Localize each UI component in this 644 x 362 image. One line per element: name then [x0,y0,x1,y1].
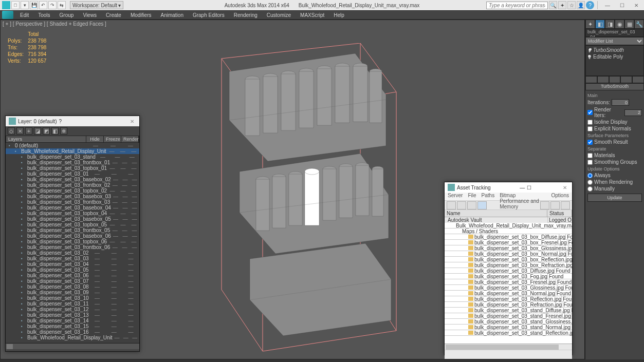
layer-manager-window[interactable]: Layer: 0 (default)?✕ ◇ ✕ + ◪ ◩ ◧ ❄ Layer… [5,116,140,352]
explicit-checkbox[interactable] [587,126,593,131]
show-end-icon[interactable] [597,76,609,83]
rollout-header[interactable]: TurboSmooth [585,83,644,90]
layer-row[interactable]: ▪bulk_dispenser_set_03_09——— [6,290,139,295]
stack-item-turbosmooth[interactable]: TurboSmooth [587,47,642,53]
layer-row[interactable]: ▪bulk_dispenser_set_03_02——— [6,250,139,256]
layer-row[interactable]: ▪bulk_dispenser_set_03_basebox_06——— [6,233,139,239]
layer-row[interactable]: ▪bulk_dispenser_set_03_06——— [6,273,139,278]
config-icon[interactable] [632,76,644,83]
command-panel-tabs[interactable]: ✦ ◧ ◨ ◉ ▦ 🔧 [585,20,644,29]
link-icon[interactable]: ⇆ [58,1,66,9]
open-icon[interactable]: ▾ [21,1,29,9]
layer-row[interactable]: ▪bulk_dispenser_set_03_11——— [6,301,139,307]
asset-row[interactable]: Bulk_Wholefood_Retail_Display_Unit_max_v… [445,223,572,228]
menu-customize[interactable]: Customize [262,12,296,18]
update-button[interactable]: Update [587,194,642,202]
layer-row[interactable]: ▪bulk_dispenser_set_03_frontbox_03——— [6,199,139,205]
layer-row[interactable]: ▪bulk_dispenser_set_03_07——— [6,278,139,284]
asset-row[interactable]: bulk_dispenser_set_03_Glossiness.jpgFoun… [445,285,572,291]
exchange-icon[interactable]: ☆ [567,1,576,9]
minimize-icon[interactable]: — [520,185,525,190]
layer-row[interactable]: ▪bulk_dispenser_set_03_topbox_02——— [6,188,139,194]
layer-row[interactable]: ▪bulk_dispenser_set_03_stand——— [6,154,139,160]
isoline-checkbox[interactable] [587,120,593,125]
render-iters-checkbox[interactable] [587,110,593,115]
asset-row[interactable]: Maps / Shaders [445,228,572,234]
layer-row[interactable]: ▪bulk_dispenser_set_03_16——— [6,329,139,335]
asset-row[interactable]: bulk_dispenser_set_03_Reflection.jpgFoun… [445,296,572,302]
stack-tools[interactable] [585,76,644,83]
close-icon[interactable]: ✕ [128,119,136,124]
layer-row[interactable]: ▪bulk_dispenser_set_03_frontbox_05——— [6,227,139,233]
layer-row[interactable]: ▪bulk_dispenser_set_03_14——— [6,318,139,323]
asset-row[interactable]: bulk_dispenser_set_03_stand_Normal.jpgFo… [445,325,572,330]
layer-row[interactable]: ▪bulk_dispenser_set_03_13——— [6,312,139,318]
hide-icon[interactable]: ◧ [51,127,59,135]
proxy-icon[interactable] [561,201,570,209]
highlight-icon[interactable] [540,201,549,209]
layer-row[interactable]: ▪bulk_dispenser_set_03_topbox_05——— [6,222,139,227]
refresh-icon[interactable] [447,201,456,209]
layer-row[interactable]: ▪bulk_dispenser_set_03_frontbox_02——— [6,182,139,188]
save-icon[interactable]: 💾 [30,1,38,9]
workspace-dropdown[interactable]: Workspace: Default▾ [70,1,123,9]
layer-tree[interactable]: ▪0 (default)———▪Bulk_Wholefood_Retail_Di… [6,143,139,343]
modifier-list-dropdown[interactable]: Modifier List [585,37,644,45]
layer-row[interactable]: ▪Bulk_Wholefood_Retail_Display_Unit——— [6,148,139,154]
signin-icon[interactable]: 👤 [577,1,585,9]
maximize-icon[interactable]: ☐ [527,185,531,190]
pin-icon[interactable] [585,76,597,83]
layer-row[interactable]: ▪bulk_dispenser_set_03_basebox_03——— [6,194,139,199]
asset-row[interactable]: bulk_dispenser_set_03_box_Glossiness.jpg… [445,245,572,251]
layer-row[interactable]: ▪bulk_dispenser_set_03_15——— [6,323,139,329]
modify-tab-icon[interactable]: ◧ [595,20,605,29]
layer-row[interactable]: ▪0 (default)——— [6,143,139,148]
menu-animation[interactable]: Animation [156,12,188,18]
tableview-icon[interactable] [477,201,487,209]
menu-edit[interactable]: Edit [15,12,33,18]
new-icon[interactable]: □ [11,1,20,9]
comm-icon[interactable]: ✦ [558,1,566,9]
help-icon[interactable]: ? [59,119,62,124]
layer-row[interactable]: ▪bulk_dispenser_set_03_frontbox_06——— [6,244,139,250]
asset-row[interactable]: bulk_dispenser_set_03_Normal.jpgFound [445,291,572,296]
app-logo-icon[interactable] [2,11,13,19]
menu-views[interactable]: Views [78,12,101,18]
iterations-spinner[interactable] [612,99,629,106]
select-obj-icon[interactable]: ◩ [43,127,50,135]
modifier-stack[interactable]: TurboSmooth Editable Poly [585,45,644,76]
manually-radio[interactable] [587,186,593,192]
asset-row[interactable]: bulk_dispenser_set_03_box_Fresnel.jpgFou… [445,240,572,245]
motion-tab-icon[interactable]: ◉ [615,20,624,29]
when-rendering-radio[interactable] [587,180,593,185]
layer-row[interactable]: ▪bulk_dispenser_set_03_basebox_04——— [6,205,139,211]
create-tab-icon[interactable]: ✦ [585,20,595,29]
layer-row[interactable]: ▪bulk_dispenser_set_03_03——— [6,256,139,261]
asset-menu-paths[interactable]: Paths [482,193,495,200]
asset-row[interactable]: Autodesk VaultLogged O [445,217,572,223]
asset-row[interactable]: bulk_dispenser_set_03_box_Diffuse.jpgFou… [445,234,572,240]
search-icon[interactable]: 🔍 [549,1,557,9]
new-layer-icon[interactable]: ◇ [8,127,15,135]
asset-menu-options[interactable]: Options [551,193,569,200]
asset-row[interactable]: bulk_dispenser_set_03_stand_Glossiness.j… [445,319,572,325]
layer-row[interactable]: ▪bulk_dispenser_set_03_basebox_02——— [6,177,139,182]
materials-checkbox[interactable] [587,153,593,158]
menu-help[interactable]: Help [329,12,349,18]
menu-rendering[interactable]: Rendering [229,12,262,18]
add-to-layer-icon[interactable]: + [25,127,32,135]
asset-row[interactable]: bulk_dispenser_set_03_box_Refraction.jpg… [445,262,572,268]
menu-modifiers[interactable]: Modifiers [126,12,156,18]
delete-layer-icon[interactable]: ✕ [16,127,24,135]
hierarchy-tab-icon[interactable]: ◨ [605,20,615,29]
asset-list[interactable]: Autodesk VaultLogged OBulk_Wholefood_Ret… [445,217,572,344]
select-highlight-icon[interactable]: ◪ [34,127,41,135]
menu-graph-editors[interactable]: Graph Editors [188,12,229,18]
redo-icon[interactable]: ↷ [48,1,57,9]
tree-icon[interactable] [467,201,476,209]
layer-row[interactable]: ▪bulk_dispenser_set_03_10——— [6,295,139,301]
object-name-field[interactable]: bulk_dispenser_set_03 _04 [585,29,644,37]
search-input[interactable] [486,2,548,9]
layer-row[interactable]: ▪bulk_dispenser_set_03_topbox_04——— [6,211,139,216]
asset-row[interactable]: bulk_dispenser_set_03_Diffuse.jpgFound [445,268,572,274]
